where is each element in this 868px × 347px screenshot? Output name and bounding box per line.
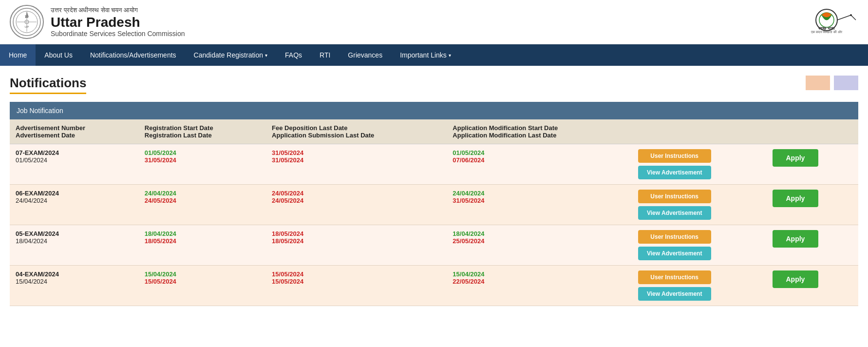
cell-reg-dates: 15/04/2024 15/05/2024	[139, 266, 266, 306]
apply-button[interactable]: Apply	[773, 190, 819, 207]
page-title: Notifications	[10, 76, 86, 94]
nav-grievances[interactable]: Grievances	[339, 44, 391, 66]
page-header: Notifications	[10, 76, 858, 94]
table-row: 06-EXAM/2024 24/04/2024 24/04/2024 24/05…	[10, 185, 858, 225]
cell-fee-dates: 18/05/2024 18/05/2024	[266, 225, 447, 266]
cell-adv-number: 05-EXAM/2024 18/04/2024	[10, 225, 139, 266]
col-actions	[632, 119, 767, 144]
cell-apply: Apply	[767, 144, 859, 185]
apply-button[interactable]: Apply	[773, 149, 819, 167]
nav-faqs[interactable]: FAQs	[276, 44, 311, 66]
nav-rti[interactable]: RTI	[311, 44, 339, 66]
svg-marker-5	[26, 11, 29, 17]
cell-adv-number: 07-EXAM/2024 01/05/2024	[10, 144, 139, 185]
svg-text:UP: UP	[25, 25, 29, 28]
nav-notifications[interactable]: Notifications/Advertisements	[81, 44, 185, 66]
cell-fee-dates: 24/05/2024 24/05/2024	[266, 185, 447, 225]
cell-action-buttons: User Instructions View Advertisement	[632, 266, 767, 306]
svg-line-10	[837, 15, 851, 20]
user-instructions-button[interactable]: User Instructions	[638, 270, 711, 284]
col-reg-dates: Registration Start Date Registration Las…	[139, 119, 266, 144]
cell-fee-dates: 15/05/2024 15/05/2024	[266, 266, 447, 306]
view-advertisement-button[interactable]: View Advertisement	[638, 287, 711, 301]
svg-line-12	[851, 15, 856, 20]
header-title: Uttar Pradesh	[51, 15, 185, 30]
header-hindi: उत्तर प्रदेश अधीनस्थ सेवा चयन आयोग	[51, 6, 185, 14]
user-instructions-button[interactable]: User Instructions	[638, 190, 711, 203]
col-apply	[767, 119, 859, 144]
logo: 🏛 UP	[10, 5, 44, 39]
important-links-arrow: ▾	[449, 53, 451, 58]
col-fee-dates: Fee Deposition Last Date Application Sub…	[266, 119, 447, 144]
table-row: 04-EXAM/2024 15/04/2024 15/04/2024 15/05…	[10, 266, 858, 306]
table-row: 07-EXAM/2024 01/05/2024 01/05/2024 31/05…	[10, 144, 858, 185]
nav-important-links[interactable]: Important Links ▾	[391, 44, 460, 66]
lavender-button[interactable]	[834, 76, 858, 90]
apply-button[interactable]: Apply	[773, 230, 819, 248]
col-adv-number: Advertisement Number Advertisement Date	[10, 119, 139, 144]
nav-candidate-reg[interactable]: Candidate Registration ▾	[185, 44, 276, 66]
header-left: 🏛 UP उत्तर प्रदेश अधीनस्थ सेवा चयन आयोग …	[10, 5, 185, 39]
user-instructions-button[interactable]: User Instructions	[638, 230, 711, 244]
nav-home[interactable]: Home	[0, 44, 36, 66]
cell-action-buttons: User Instructions View Advertisement	[632, 225, 767, 266]
nav-about[interactable]: About Us	[36, 44, 81, 66]
candidate-reg-arrow: ▾	[265, 53, 267, 58]
view-advertisement-button[interactable]: View Advertisement	[638, 247, 711, 260]
swachh-bharat-logo: एक कदम स्वच्छता की ओर स्वच्छ भारत	[795, 6, 858, 38]
cell-mod-dates: 01/05/2024 07/06/2024	[447, 144, 632, 185]
col-mod-dates: Application Modification Start Date Appl…	[447, 119, 632, 144]
table-header-row: Advertisement Number Advertisement Date …	[10, 119, 858, 144]
site-header: 🏛 UP उत्तर प्रदेश अधीनस्थ सेवा चयन आयोग …	[0, 0, 868, 44]
cell-reg-dates: 24/04/2024 24/05/2024	[139, 185, 266, 225]
cell-apply: Apply	[767, 266, 859, 306]
cell-mod-dates: 15/04/2024 22/05/2024	[447, 266, 632, 306]
job-notification-header: Job Notification	[10, 102, 858, 119]
svg-text:स्वच्छ भारत: स्वच्छ भारत	[818, 26, 834, 31]
page-content: Notifications Job Notification Advertise…	[0, 66, 868, 306]
cell-mod-dates: 18/04/2024 25/05/2024	[447, 225, 632, 266]
main-nav: Home About Us Notifications/Advertisemen…	[0, 44, 868, 66]
cell-adv-number: 06-EXAM/2024 24/04/2024	[10, 185, 139, 225]
cell-reg-dates: 01/05/2024 31/05/2024	[139, 144, 266, 185]
cell-reg-dates: 18/04/2024 18/05/2024	[139, 225, 266, 266]
peach-button[interactable]	[806, 76, 830, 90]
cell-action-buttons: User Instructions View Advertisement	[632, 185, 767, 225]
notifications-table: Advertisement Number Advertisement Date …	[10, 119, 858, 306]
view-advertisement-button[interactable]: View Advertisement	[638, 166, 711, 179]
cell-apply: Apply	[767, 225, 859, 266]
cell-adv-number: 04-EXAM/2024 15/04/2024	[10, 266, 139, 306]
cell-apply: Apply	[767, 185, 859, 225]
table-row: 05-EXAM/2024 18/04/2024 18/04/2024 18/05…	[10, 225, 858, 266]
header-text: उत्तर प्रदेश अधीनस्थ सेवा चयन आयोग Uttar…	[51, 6, 185, 38]
cell-fee-dates: 31/05/2024 31/05/2024	[266, 144, 447, 185]
view-advertisement-button[interactable]: View Advertisement	[638, 206, 711, 220]
page-header-buttons	[806, 76, 858, 90]
cell-mod-dates: 24/04/2024 31/05/2024	[447, 185, 632, 225]
user-instructions-button[interactable]: User Instructions	[638, 149, 711, 163]
apply-button[interactable]: Apply	[773, 270, 819, 288]
cell-action-buttons: User Instructions View Advertisement	[632, 144, 767, 185]
header-subtitle: Subordinate Services Selection Commissio…	[51, 30, 185, 38]
